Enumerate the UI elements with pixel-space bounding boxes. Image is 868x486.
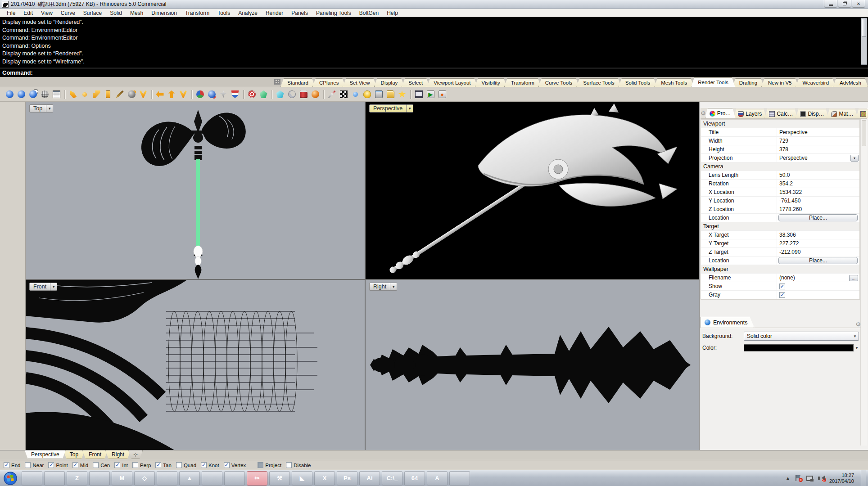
spray-can-icon[interactable] <box>13 144 24 153</box>
play-animation-icon[interactable]: ▶ <box>425 90 435 99</box>
toolbar-tab[interactable]: Weaverbird <box>796 78 836 87</box>
metasequoia-icon[interactable]: ✂ <box>247 471 267 486</box>
sphere-2d-icon[interactable] <box>0 192 11 202</box>
menu-item[interactable]: Tools <box>213 10 234 16</box>
osnap-checkbox[interactable] <box>176 462 182 468</box>
truck-icon[interactable] <box>0 131 11 141</box>
place-button[interactable]: Place... <box>778 257 858 264</box>
scrollbar-thumb[interactable] <box>862 19 866 37</box>
osnap-checkbox[interactable] <box>132 462 138 468</box>
menu-item[interactable]: View <box>37 10 57 16</box>
menu-item[interactable]: Panels <box>287 10 312 16</box>
cone-arrow-icon[interactable] <box>68 90 78 99</box>
color-dropdown-arrow-icon[interactable]: ▼ <box>854 346 859 350</box>
toolbar-tab[interactable]: Solid Tools <box>619 78 657 87</box>
line-light-icon[interactable] <box>115 90 125 99</box>
minimize-button[interactable] <box>824 0 837 8</box>
menu-item[interactable]: File <box>3 10 19 16</box>
menu-item[interactable]: Solid <box>106 10 126 16</box>
show-desktop-button[interactable] <box>861 470 866 486</box>
menu-item[interactable]: Render <box>262 10 287 16</box>
move-scale-icon[interactable] <box>13 107 24 117</box>
zoom-selected-icon[interactable] <box>0 253 11 262</box>
press-machine-icon[interactable] <box>13 192 24 202</box>
render-icon[interactable] <box>5 90 14 99</box>
viewport-menu-arrow-icon[interactable]: ▼ <box>407 104 413 112</box>
property-value[interactable]: 378 <box>777 146 788 153</box>
emerald-icon[interactable] <box>258 90 268 99</box>
undo-view-icon[interactable] <box>13 265 24 274</box>
viewport-top[interactable]: Top ▼ <box>26 102 365 279</box>
illustrator-icon[interactable]: Ai <box>359 471 380 486</box>
separator[interactable] <box>242 90 245 99</box>
sun-icon[interactable] <box>397 90 407 99</box>
network-icon[interactable] <box>806 475 814 482</box>
dark-canister-icon[interactable] <box>0 156 11 165</box>
explorer-icon[interactable] <box>44 471 65 486</box>
property-value[interactable]: -761.450 <box>777 198 800 204</box>
menu-item[interactable]: Dimension <box>147 10 181 16</box>
monitor-app-icon[interactable]: A <box>427 471 448 486</box>
pinwheel-app-icon[interactable] <box>449 471 470 486</box>
tray-expand-icon[interactable]: ▲ <box>786 476 790 481</box>
property-value[interactable]: Perspective <box>777 129 808 135</box>
property-value[interactable]: 50.0 <box>777 172 790 178</box>
osnap-toggle[interactable]: End <box>4 462 20 468</box>
toolbar-tab[interactable]: Drafting <box>732 78 764 87</box>
toolbar-tab[interactable]: Surface Tools <box>576 78 621 87</box>
environments-gear-icon[interactable]: ⚙ <box>855 321 861 328</box>
background-select[interactable]: Solid color ▼ <box>744 332 859 341</box>
tab-properties[interactable]: Pro… <box>705 108 736 118</box>
battery-icon[interactable] <box>374 90 384 99</box>
viewport-front[interactable]: Front ▼ <box>26 280 365 450</box>
sticky-notes-icon[interactable] <box>202 471 222 486</box>
osnap-toggle[interactable]: Knot <box>201 462 219 468</box>
tab-layers[interactable]: Layers <box>733 109 766 118</box>
osnap-checkbox[interactable] <box>155 462 161 468</box>
command-history[interactable]: Display mode set to “Rendered”.Command: … <box>0 17 868 68</box>
viewport-title-button[interactable]: Top <box>29 104 46 112</box>
checker-texture-icon[interactable] <box>339 90 348 99</box>
viewport-page-tab[interactable]: Perspective <box>25 450 66 459</box>
calculator-icon[interactable] <box>224 471 245 486</box>
select-cursor-icon[interactable] <box>0 107 11 117</box>
spotlight-pair-icon[interactable] <box>138 90 148 99</box>
close-button[interactable]: ✕ <box>852 0 865 8</box>
spot-cone-icon[interactable] <box>178 90 188 99</box>
save-icon[interactable] <box>13 119 24 129</box>
material-sphere-icon[interactable] <box>207 90 217 99</box>
maya-icon[interactable]: M <box>112 471 132 486</box>
toolbar-tab[interactable]: Display <box>374 78 405 87</box>
blender-icon[interactable] <box>157 471 177 486</box>
engineer-tool-icon[interactable]: ⚒ <box>269 471 290 486</box>
osnap-toggle[interactable]: Project <box>258 462 281 468</box>
toolbar-tab[interactable]: Render Tools <box>691 77 735 87</box>
clock[interactable]: 18:27 2017/04/10 <box>829 472 857 484</box>
viewport-menu-arrow-icon[interactable]: ▼ <box>390 283 397 291</box>
menu-item[interactable]: Transform <box>181 10 213 16</box>
osnap-checkbox[interactable] <box>258 462 263 468</box>
tab-named-views[interactable]: Nam… <box>856 109 868 118</box>
browse-button[interactable]: ... <box>849 275 858 281</box>
tab-materials[interactable]: Mat… <box>827 109 858 118</box>
rect-light-icon[interactable] <box>103 90 113 99</box>
arrow-up-icon[interactable] <box>167 90 176 99</box>
osnap-checkbox[interactable] <box>201 462 207 468</box>
car-front-icon[interactable] <box>13 168 24 177</box>
viewport-page-tab[interactable]: ⊹ <box>128 450 143 459</box>
osnap-checkbox[interactable] <box>25 462 31 468</box>
viewport-page-tab[interactable]: Front <box>82 450 108 459</box>
photoshop-icon[interactable]: Ps <box>337 471 357 486</box>
osnap-toggle[interactable]: Int <box>114 462 128 468</box>
truck-alt-icon[interactable] <box>13 131 24 141</box>
speaker-muted-icon[interactable]: ⃠ <box>818 475 825 482</box>
osnap-toggle[interactable]: Perp <box>132 462 151 468</box>
separator[interactable] <box>322 90 325 99</box>
toolbar-tab[interactable]: Curve Tools <box>538 78 579 87</box>
helicopter-alt-icon[interactable] <box>0 229 11 238</box>
point-light-icon[interactable] <box>80 90 90 99</box>
menu-item[interactable]: BoltGen <box>355 10 383 16</box>
wireframe-sphere-icon[interactable] <box>40 90 50 99</box>
toolbar-tab[interactable]: New in V5 <box>761 78 798 87</box>
command-history-scrollbar[interactable] <box>861 18 867 65</box>
